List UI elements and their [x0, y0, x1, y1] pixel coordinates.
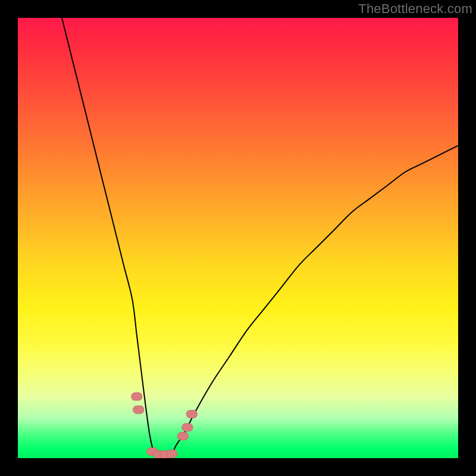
curve-marker	[133, 406, 144, 414]
curve-markers	[131, 393, 197, 458]
curve-marker	[178, 433, 189, 440]
curve-marker	[186, 411, 197, 418]
curve-marker	[131, 393, 142, 400]
curve-marker	[182, 424, 193, 431]
plot-area	[18, 18, 458, 458]
curve-marker	[167, 450, 177, 458]
watermark-text: TheBottleneck.com	[358, 1, 472, 17]
chart-frame: TheBottleneck.com	[0, 0, 476, 476]
bottleneck-curve	[62, 18, 458, 458]
bottleneck-curve-svg	[18, 18, 458, 458]
